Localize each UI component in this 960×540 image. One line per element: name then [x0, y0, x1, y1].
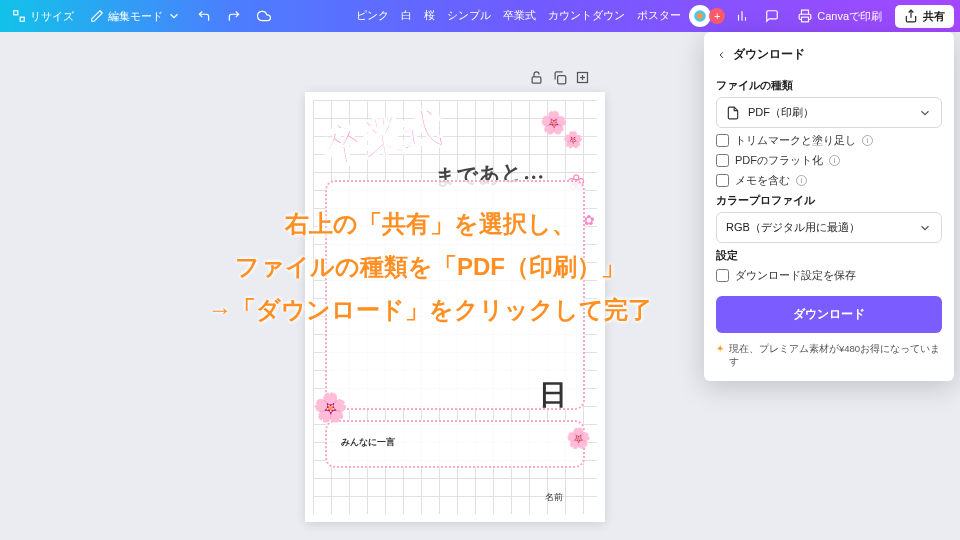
day-unit-label: 日 [539, 376, 567, 414]
file-type-value: PDF（印刷） [748, 105, 814, 120]
chevron-down-icon [918, 106, 932, 120]
canvas-mini-toolbar [529, 70, 590, 85]
keyword-tag[interactable]: ピンク [352, 7, 393, 25]
edit-mode-label: 編集モード [108, 9, 163, 24]
download-panel: ダウンロード ファイルの種類 PDF（印刷） トリムマークと塗り足しi PDFの… [704, 32, 954, 381]
svg-rect-9 [532, 77, 541, 83]
avatar[interactable] [689, 5, 711, 27]
redo-icon [227, 9, 241, 23]
pencil-icon [90, 9, 104, 23]
svg-rect-7 [802, 17, 809, 22]
comment-icon [765, 9, 779, 23]
chevron-down-icon [918, 221, 932, 235]
print-label: Canvaで印刷 [817, 9, 882, 24]
checkbox[interactable] [716, 269, 729, 282]
option-notes[interactable]: メモを含むi [716, 173, 942, 188]
color-profile-value: RGB（デジタル用に最適） [726, 220, 860, 235]
color-profile-select[interactable]: RGB（デジタル用に最適） [716, 212, 942, 243]
file-type-label: ファイルの種類 [716, 79, 942, 93]
artboard[interactable]: 卒業式 まであと… 🌸 🌸 ❀ ✿ 日 みんなに一言 🌸 🌸 名前 [305, 92, 605, 522]
keyword-tag[interactable]: シンプル [443, 7, 495, 25]
keyword-tag[interactable]: カウントダウン [544, 7, 629, 25]
undo-button[interactable] [191, 6, 217, 26]
info-icon[interactable]: i [862, 135, 873, 146]
option-flatten[interactable]: PDFのフラット化i [716, 153, 942, 168]
panel-title: ダウンロード [733, 46, 805, 63]
settings-label: 設定 [716, 249, 942, 263]
sakura-icon: 🌸 [563, 130, 583, 149]
undo-icon [197, 9, 211, 23]
resize-button[interactable]: リサイズ [6, 6, 80, 27]
add-member-button[interactable]: + [709, 8, 725, 24]
svg-point-3 [697, 13, 703, 19]
analytics-button[interactable] [729, 6, 755, 26]
printer-icon [798, 9, 812, 23]
duplicate-icon[interactable] [552, 70, 567, 85]
checkbox[interactable] [716, 174, 729, 187]
info-icon[interactable]: i [796, 175, 807, 186]
back-icon[interactable] [716, 48, 727, 62]
svg-rect-10 [558, 76, 566, 84]
share-label: 共有 [923, 9, 945, 24]
keyword-tag[interactable]: 卒業式 [499, 7, 540, 25]
memo-label: みんなに一言 [341, 436, 395, 449]
option-save-settings[interactable]: ダウンロード設定を保存 [716, 268, 942, 283]
top-toolbar: リサイズ 編集モード ピンク 白 桜 シンプル 卒業式 カウントダウン ポスター… [0, 0, 960, 32]
share-icon [904, 9, 918, 23]
download-button[interactable]: ダウンロード [716, 296, 942, 333]
keyword-tag[interactable]: ポスター [633, 7, 685, 25]
sparkle-icon: ✦ [716, 343, 724, 354]
petal-icon: 🌸 [566, 426, 591, 450]
pdf-icon [726, 106, 740, 120]
edit-mode-button[interactable]: 編集モード [84, 6, 187, 27]
redo-button[interactable] [221, 6, 247, 26]
info-icon[interactable]: i [829, 155, 840, 166]
svg-rect-0 [14, 11, 18, 15]
expand-icon[interactable] [575, 70, 590, 85]
file-type-select[interactable]: PDF（印刷） [716, 97, 942, 128]
panel-header: ダウンロード [716, 40, 942, 73]
resize-icon [12, 9, 26, 23]
cloud-icon [257, 9, 271, 23]
promo-note: ✦現在、プレミアム素材が¥480お得になっています [716, 343, 942, 369]
share-button[interactable]: 共有 [895, 5, 954, 28]
color-profile-label: カラープロファイル [716, 194, 942, 208]
keyword-tag[interactable]: 白 [397, 7, 416, 25]
checkbox[interactable] [716, 154, 729, 167]
print-button[interactable]: Canvaで印刷 [789, 5, 891, 28]
svg-rect-1 [20, 17, 24, 21]
chevron-down-icon [167, 9, 181, 23]
editor-stage: 卒業式 まであと… 🌸 🌸 ❀ ✿ 日 みんなに一言 🌸 🌸 名前 ダウンロード… [0, 32, 960, 540]
tree-icon: 🌸 [313, 391, 348, 424]
checkbox[interactable] [716, 134, 729, 147]
resize-label: リサイズ [30, 9, 74, 24]
cloud-save-button[interactable] [251, 6, 277, 26]
name-label: 名前 [545, 491, 563, 504]
keyword-tag[interactable]: 桜 [420, 7, 439, 25]
lock-icon[interactable] [529, 70, 544, 85]
chart-icon [735, 9, 749, 23]
option-trim-marks[interactable]: トリムマークと塗り足しi [716, 133, 942, 148]
comment-button[interactable] [759, 6, 785, 26]
